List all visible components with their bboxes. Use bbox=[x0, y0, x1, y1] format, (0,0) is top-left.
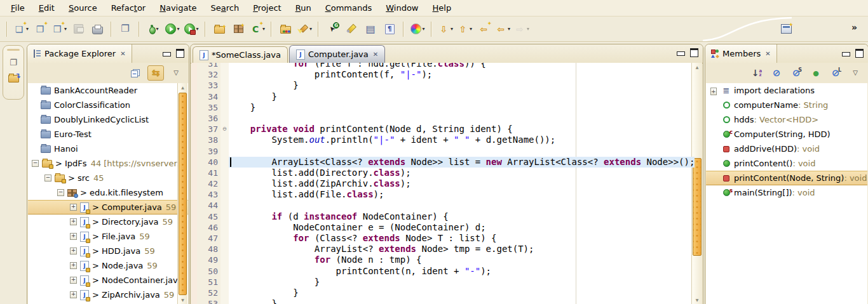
scrollbar-thumb[interactable] bbox=[693, 158, 702, 256]
code-text[interactable]: } bbox=[229, 287, 691, 298]
mark-occurrences-button[interactable] bbox=[323, 21, 341, 37]
java-perspective-button[interactable] bbox=[777, 20, 795, 37]
code-line[interactable]: 33 } bbox=[197, 80, 691, 91]
close-icon[interactable]: ✕ bbox=[373, 51, 378, 58]
dropdown-arrow-icon[interactable]: ▾ bbox=[262, 26, 265, 32]
code-text[interactable]: if (d instanceof NodeContainer) { bbox=[229, 211, 691, 222]
code-line[interactable]: 52 } bbox=[197, 287, 691, 298]
dropdown-arrow-icon[interactable]: ▾ bbox=[156, 26, 159, 32]
code-text[interactable]: private void printContent(Node d, String… bbox=[229, 124, 691, 135]
tree-item[interactable]: +J> Computer.java59 bbox=[28, 200, 188, 215]
code-text[interactable]: NodeContainer e = (NodeContainer) d; bbox=[229, 222, 691, 233]
expander-icon[interactable]: + bbox=[70, 277, 77, 284]
dropdown-arrow-icon[interactable]: ▾ bbox=[423, 26, 425, 32]
package-explorer-scrollbar[interactable]: ▲ ▼ bbox=[177, 83, 187, 304]
code-text[interactable]: list.add(File.class); bbox=[229, 189, 691, 200]
member-item[interactable]: addDrive(HDD) : void bbox=[706, 142, 867, 156]
code-text[interactable]: } bbox=[229, 277, 691, 287]
debug-button[interactable]: ▾ bbox=[144, 21, 162, 37]
java-editor[interactable]: 31 for (File f : hdd.get(File.class)) {3… bbox=[191, 63, 702, 304]
code-text[interactable]: } bbox=[229, 298, 691, 304]
tree-item[interactable]: +J> ZipArchiv.java59 bbox=[28, 287, 188, 302]
hide-local-types-button[interactable]: L bbox=[828, 66, 843, 80]
tree-item[interactable]: Hanoi bbox=[28, 142, 188, 156]
sort-members-button[interactable]: az bbox=[749, 66, 764, 80]
close-icon[interactable]: ✕ bbox=[765, 50, 770, 57]
dropdown-arrow-icon[interactable]: ▾ bbox=[177, 26, 180, 32]
menu-edit[interactable]: Edit bbox=[32, 1, 62, 15]
forward-button[interactable]: ▾ bbox=[513, 21, 531, 37]
member-item[interactable]: printContent(Node, String) : void bbox=[706, 171, 867, 185]
editor-tab-someclassjava[interactable]: J*SomeClass.java bbox=[193, 46, 288, 63]
print-button[interactable] bbox=[88, 21, 106, 37]
show-source-button[interactable] bbox=[362, 21, 379, 37]
tree-item[interactable]: ColorClassification bbox=[28, 98, 188, 112]
code-line[interactable]: 32 printContent(f, "|-"); bbox=[197, 69, 691, 80]
expander-icon[interactable]: − bbox=[57, 189, 64, 196]
code-line[interactable]: 44 bbox=[197, 200, 691, 211]
code-text[interactable]: ArrayList<Class<? extends Node>> list = … bbox=[229, 157, 695, 168]
menu-refactor[interactable]: Refactor bbox=[104, 1, 153, 15]
code-text[interactable]: list.add(Directory.class); bbox=[229, 168, 691, 178]
code-line[interactable]: 53 } bbox=[197, 298, 691, 304]
hide-fields-button[interactable] bbox=[769, 66, 784, 80]
code-line[interactable]: 34 } bbox=[197, 91, 691, 102]
code-text[interactable]: } bbox=[229, 91, 691, 102]
new-file-button[interactable] bbox=[31, 21, 49, 37]
tree-item[interactable]: +J> Directory.java59 bbox=[28, 215, 188, 229]
editor-tab-computerjava[interactable]: JComputer.java✕ bbox=[289, 45, 385, 63]
code-text[interactable]: } bbox=[229, 80, 691, 91]
show-whitespace-button[interactable] bbox=[381, 21, 398, 37]
dropdown-arrow-icon[interactable]: ▾ bbox=[196, 26, 199, 32]
close-icon[interactable]: ✕ bbox=[120, 50, 125, 57]
dropdown-arrow-icon[interactable]: ▾ bbox=[508, 26, 510, 32]
code-text[interactable]: for (File f : hdd.get(File.class)) { bbox=[229, 63, 691, 69]
tree-item[interactable]: −> edu.kit.filesystem bbox=[28, 185, 188, 200]
link-with-editor-button[interactable] bbox=[147, 65, 164, 81]
dropdown-arrow-icon[interactable]: ▾ bbox=[451, 26, 453, 32]
expander-icon[interactable]: + bbox=[710, 88, 717, 95]
minimize-button[interactable] bbox=[163, 52, 171, 56]
member-item[interactable]: printContent() : void bbox=[706, 156, 867, 171]
back-button[interactable]: ▾ bbox=[494, 21, 512, 37]
member-item[interactable]: +import declarations bbox=[706, 83, 867, 98]
run-button[interactable]: ▾ bbox=[163, 21, 181, 37]
code-text[interactable]: ArrayList<? extends Node> tmp = e.get(T)… bbox=[229, 244, 691, 254]
copy-button[interactable] bbox=[116, 21, 134, 37]
code-line[interactable]: 47 for (Class<? extends Node> T : list) … bbox=[197, 233, 691, 244]
search-button[interactable]: ▾ bbox=[295, 21, 313, 37]
open-type-button[interactable]: ● bbox=[276, 21, 294, 37]
highlighter-button[interactable] bbox=[342, 21, 360, 37]
scroll-down-icon[interactable]: ▼ bbox=[178, 296, 187, 304]
toolbar-overflow-chevron[interactable]: » bbox=[851, 22, 856, 32]
expander-icon[interactable]: − bbox=[44, 175, 51, 182]
expander-icon[interactable]: + bbox=[70, 204, 77, 211]
dropdown-arrow-icon[interactable]: ▾ bbox=[527, 26, 529, 32]
code-line[interactable]: 45 if (d instanceof NodeContainer) { bbox=[197, 211, 691, 222]
code-text[interactable] bbox=[229, 113, 691, 124]
code-line[interactable]: 51 } bbox=[197, 277, 691, 287]
dropdown-arrow-icon[interactable]: ▾ bbox=[64, 26, 67, 32]
expander-icon[interactable]: + bbox=[70, 233, 77, 240]
tree-item[interactable]: Euro-Test bbox=[28, 127, 188, 142]
menu-help[interactable]: Help bbox=[426, 1, 459, 15]
new-wizard-button[interactable]: ▾ bbox=[12, 21, 30, 37]
dropdown-arrow-icon[interactable]: ▾ bbox=[26, 26, 29, 32]
open-view-button[interactable] bbox=[6, 71, 20, 84]
tab-package-explorer[interactable]: Package Explorer ✕ bbox=[27, 44, 132, 63]
new-package-button[interactable] bbox=[229, 21, 247, 37]
maximize-button[interactable] bbox=[855, 49, 864, 58]
code-line[interactable]: 46 NodeContainer e = (NodeContainer) d; bbox=[197, 222, 691, 233]
code-line[interactable]: 49 for (Node n : tmp) { bbox=[197, 254, 691, 265]
code-text[interactable] bbox=[229, 146, 691, 157]
expander-icon[interactable]: + bbox=[70, 218, 77, 225]
view-menu-button[interactable] bbox=[848, 66, 863, 80]
maximize-button[interactable] bbox=[176, 49, 184, 58]
code-line[interactable]: 36 bbox=[197, 113, 691, 124]
tree-item[interactable]: −> src45 bbox=[28, 171, 188, 185]
menu-run[interactable]: Run bbox=[288, 1, 318, 15]
menu-search[interactable]: Search bbox=[204, 1, 247, 15]
new-project-button[interactable] bbox=[210, 21, 228, 37]
scroll-up-icon[interactable]: ▲ bbox=[178, 83, 187, 91]
collapse-all-button[interactable] bbox=[128, 66, 143, 80]
